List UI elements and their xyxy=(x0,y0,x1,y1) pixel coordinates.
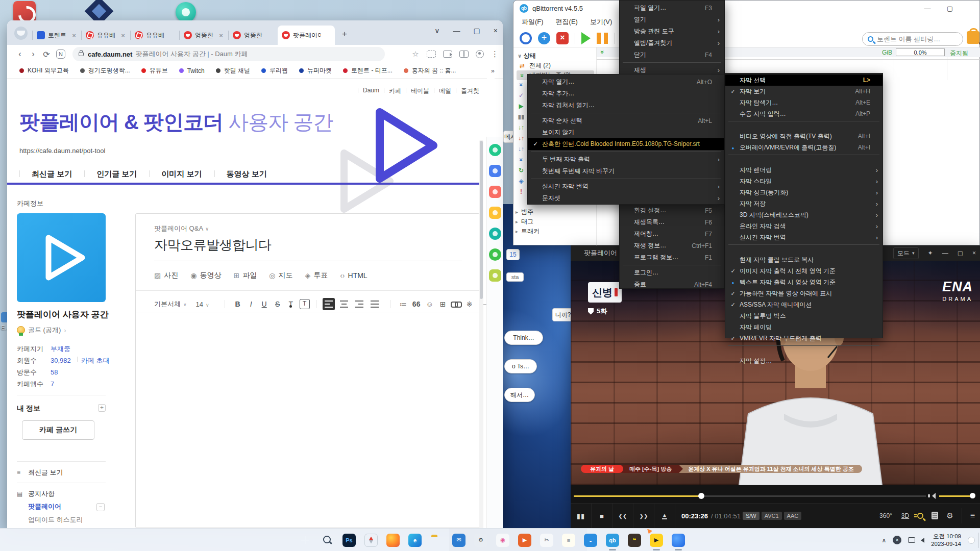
new-tab-button[interactable]: + xyxy=(338,28,351,41)
font-size-select[interactable]: 14∨ xyxy=(196,300,209,308)
cafe-thumbnail[interactable] xyxy=(17,213,106,302)
volume-knob[interactable] xyxy=(970,493,975,498)
whale-app-work[interactable] xyxy=(489,165,501,177)
hidden-button-fragment[interactable]: 해서… xyxy=(504,388,535,402)
whale-app-memo[interactable] xyxy=(489,269,501,282)
volume-slider[interactable] xyxy=(939,495,973,497)
menu-item[interactable]: 실시간 자막 번역 xyxy=(725,232,883,243)
menu-item[interactable]: 자막 저장 xyxy=(725,198,883,209)
sidebar-group[interactable]: ▸트래커 xyxy=(516,227,540,236)
tab-close-icon[interactable]: × xyxy=(217,32,225,39)
cafe-sidebar-link[interactable]: 팟플레이어 xyxy=(17,500,106,513)
whale-icon[interactable] xyxy=(672,534,685,547)
photos-icon[interactable]: ◉ xyxy=(496,534,509,547)
status-header[interactable]: ∨ 상태 xyxy=(518,52,535,60)
table-button[interactable]: ⊞ xyxy=(436,300,450,308)
attach-button[interactable]: ◉ 동영상 xyxy=(190,271,221,280)
mode-select[interactable]: 모드▾ xyxy=(893,247,919,259)
browser-scrollbar[interactable] xyxy=(479,140,483,528)
browser-tab[interactable]: 엉뚱한 × xyxy=(180,26,229,45)
whale-app-tv[interactable] xyxy=(489,186,501,198)
attach-button[interactable]: ▨ 사진 xyxy=(154,271,178,280)
mail-icon[interactable]: ✉ xyxy=(452,534,465,547)
browser-tab[interactable]: 유유베 × xyxy=(82,26,131,45)
text-box-button[interactable]: T xyxy=(300,299,310,309)
daum-link[interactable]: 테이블 xyxy=(406,87,429,95)
desktop-shortcut-icon-3[interactable] xyxy=(176,2,196,22)
cafe-sidebar-link[interactable]: 업데이트 히스토리 xyxy=(17,513,106,527)
emoji-button[interactable]: ☺ xyxy=(423,300,436,308)
log-panel-icon[interactable] xyxy=(932,512,938,519)
open-file-button[interactable]: ▲ xyxy=(654,504,675,528)
menu-item[interactable]: 닫기F4 xyxy=(620,49,724,61)
menu-item[interactable] xyxy=(725,344,883,355)
menu-item[interactable]: 문자셋 xyxy=(528,192,724,204)
menu-item[interactable] xyxy=(528,111,724,115)
firefox-icon[interactable] xyxy=(386,534,400,547)
playlist-search-icon[interactable] xyxy=(917,513,923,519)
menu-item[interactable]: 텍스트 자막 출력 시 영상 영역 기준 xyxy=(725,277,883,288)
cafe-sidebar-link[interactable]: ≡ 최신글 보기 xyxy=(17,461,106,479)
bookmark-item[interactable]: 유튜브 xyxy=(141,66,168,75)
menu-item[interactable]: 재생목록…F6 xyxy=(620,216,724,228)
media-app-icon[interactable]: ▶ xyxy=(518,534,531,547)
browser-tab[interactable]: 유유베 - 다 xyxy=(131,26,180,45)
menu-item[interactable]: 재생 정보…Ctrl+F1 xyxy=(620,240,724,252)
menu-bar-item[interactable]: 편집(E) xyxy=(551,16,583,28)
menu-item[interactable] xyxy=(528,177,724,181)
attach-button[interactable]: ◈ 투표 xyxy=(305,271,328,280)
menu-item[interactable]: 보이지 않기 xyxy=(528,127,724,138)
hidden-button-fragment[interactable]: o Ts… xyxy=(504,359,537,373)
attach-button[interactable]: ⊞ 파일 xyxy=(233,271,257,280)
menu-item[interactable]: 자막 보기Alt+H xyxy=(725,86,883,97)
photoshop-icon[interactable]: Ps xyxy=(342,534,356,547)
menu-item[interactable]: 두 번째 자막 출력 xyxy=(528,154,724,165)
bookmark-item[interactable]: Twitch xyxy=(179,67,205,74)
compass-icon[interactable] xyxy=(364,534,378,547)
menu-item[interactable] xyxy=(620,61,724,64)
snipping-icon[interactable]: ✂ xyxy=(540,534,553,547)
resume-button[interactable] xyxy=(581,32,591,44)
attach-button[interactable]: ◎ 지도 xyxy=(269,271,292,280)
whale-app-green[interactable] xyxy=(489,144,501,156)
status-icon[interactable]: ▶ xyxy=(517,103,525,110)
menu-item[interactable]: 가능하면 자막을 영상 아래에 표시 xyxy=(725,288,883,299)
seek-knob[interactable] xyxy=(698,493,704,499)
minimize-button[interactable]: — xyxy=(916,1,939,16)
browser-tab[interactable]: 토렌트 × xyxy=(33,26,82,45)
special-char-button[interactable]: ※ xyxy=(463,300,476,308)
menu-item[interactable]: 잔혹한 인턴.Cold Blooded Intern.E05.1080p.TG-… xyxy=(528,138,724,150)
address-bar[interactable]: cafe.daum.net 팟플레이어 사용자 공간 | - Daum 카페 xyxy=(72,47,385,61)
status-icon[interactable]: ↓↑ xyxy=(517,135,525,142)
daum-link[interactable]: 카페 xyxy=(384,87,401,95)
menu-item[interactable]: 자막 싱크(동기화) xyxy=(725,187,883,198)
menu-item[interactable]: 방송 관련 도구 xyxy=(620,26,724,37)
delete-button[interactable] xyxy=(556,32,569,44)
view-360-button[interactable]: 360° xyxy=(879,512,893,519)
menu-item[interactable]: 실시간 자막 번역 xyxy=(528,181,724,192)
cafe-nav-tab[interactable]: 인기글 보기 xyxy=(84,169,149,179)
maximize-button[interactable]: ▢ xyxy=(958,249,963,257)
split-screen-icon[interactable] xyxy=(459,51,469,58)
browser-tab[interactable]: 팟플레이어 xyxy=(278,26,335,45)
menu-item[interactable]: 자막 페이딩 xyxy=(725,321,883,333)
menu-item[interactable]: 제어창…F7 xyxy=(620,228,724,240)
post-title-input[interactable]: 자막오류발생합니다 xyxy=(154,236,272,254)
menu-item[interactable] xyxy=(620,263,724,267)
file-explorer-icon[interactable] xyxy=(430,534,444,547)
cafe-grade[interactable]: 골드 (공개) › xyxy=(17,325,66,335)
menu-item[interactable]: 자막 열기…Alt+O xyxy=(528,76,724,88)
tab-search-icon[interactable]: ∨ xyxy=(434,27,439,35)
pause-button[interactable] xyxy=(597,33,608,44)
italic-button[interactable]: I xyxy=(244,300,258,308)
bookmark-star-icon[interactable]: ☆ xyxy=(411,50,420,58)
cafe-nav-tab[interactable]: 동영상 보기 xyxy=(214,169,279,179)
naver-badge-icon[interactable]: N xyxy=(56,49,65,59)
status-icon[interactable]: ↓↑ xyxy=(517,145,525,153)
view-3d-button[interactable]: 3D xyxy=(901,512,909,519)
daum-link[interactable]: 즐겨찾 xyxy=(456,87,479,95)
do-not-disturb-icon[interactable]: × xyxy=(893,536,901,544)
menu-item[interactable]: 파일 열기…F3 xyxy=(620,2,724,14)
attach-button[interactable]: ‹› HTML xyxy=(340,271,367,280)
menu-item[interactable] xyxy=(725,153,883,164)
